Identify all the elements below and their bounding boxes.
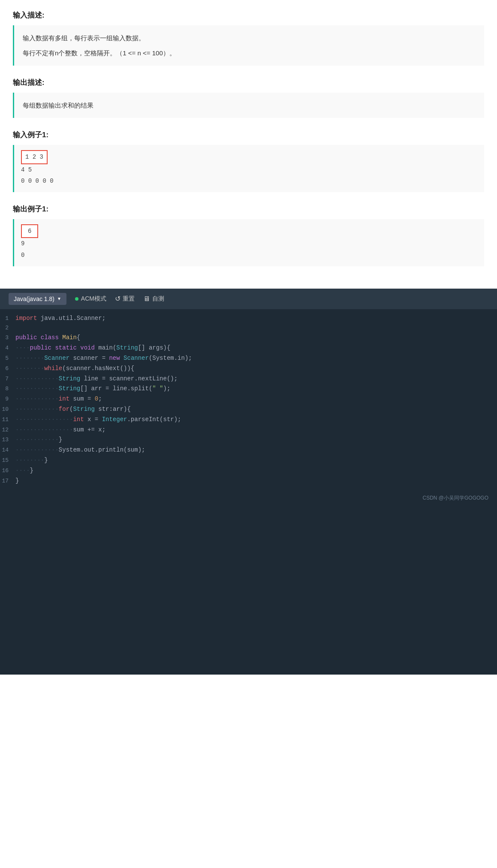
line-number: 10 [0, 405, 15, 414]
code-line: 16····} [0, 466, 497, 476]
output-example-title: 输出例子1: [13, 204, 484, 214]
line-number: 2 [0, 323, 15, 333]
output-example-line-2: 9 [21, 238, 477, 250]
code-line: 11················int x = Integer.parseI… [0, 415, 497, 425]
token-normal: } [30, 467, 33, 474]
token-normal: [] args){ [138, 344, 171, 351]
token-dots: ············ [15, 406, 59, 413]
line-content: ············System.out.println(sum); [15, 445, 145, 455]
token-normal: line = scanner.nextLine(); [80, 375, 178, 382]
token-kw-string: Scanner [123, 355, 149, 362]
line-content: ············String[] arr = line.split(" … [15, 384, 170, 394]
line-number: 8 [0, 384, 15, 394]
token-str-val: " " [152, 385, 163, 392]
chevron-down-icon: ▼ [57, 296, 61, 301]
input-example-block: 输入例子1: 1 2 3 4 5 0 0 0 0 0 [13, 130, 484, 192]
token-normal: scanner = [69, 355, 109, 362]
input-example-title: 输入例子1: [13, 130, 484, 140]
language-selector[interactable]: Java(javac 1.8) ▼ [9, 293, 66, 305]
token-kw-for: for [59, 406, 69, 413]
top-section: 输入描述: 输入数据有多组，每行表示一组输入数据。 每行不定有n个整数，空格隔开… [0, 0, 497, 289]
self-test-label: 自测 [152, 295, 164, 303]
token-dots: ···· [15, 467, 30, 474]
token-normal: (System.in); [149, 355, 192, 362]
token-normal: ; [98, 395, 102, 402]
token-normal: .parseInt(str); [127, 416, 181, 423]
token-normal: } [59, 436, 62, 443]
token-dots: ············ [15, 436, 59, 443]
token-normal [120, 355, 123, 362]
token-kw-string: String [116, 344, 138, 351]
output-example-line-1: 6 [21, 224, 477, 238]
line-content: ············int sum = 0; [15, 394, 102, 404]
token-normal: (scanner.hasNext()){ [62, 365, 134, 372]
code-line: 17} [0, 476, 497, 486]
self-test-button[interactable]: 🖥 自测 [143, 295, 164, 303]
output-example-highlighted: 6 [21, 224, 38, 238]
input-example-box: 1 2 3 4 5 0 0 0 0 0 [13, 145, 484, 192]
input-desc-box: 输入数据有多组，每行表示一组输入数据。 每行不定有n个整数，空格隔开。（1 <=… [13, 25, 484, 66]
token-kw-public: public [30, 344, 51, 351]
token-num: 0 [95, 395, 98, 402]
input-description-block: 输入描述: 输入数据有多组，每行表示一组输入数据。 每行不定有n个整数，空格隔开… [13, 10, 484, 66]
token-normal: } [15, 477, 19, 484]
token-dots: ········ [15, 355, 44, 362]
token-dots: ············ [15, 395, 59, 402]
token-dots: ················ [15, 426, 73, 433]
token-kw-string: Scanner [44, 355, 69, 362]
reset-button[interactable]: ↺ 重置 [115, 295, 135, 303]
lang-label: Java(javac 1.8) [14, 295, 54, 302]
line-content: ········} [15, 455, 48, 466]
input-example-line-3: 0 0 0 0 0 [21, 175, 477, 187]
token-normal: sum += x; [73, 426, 105, 433]
line-content: ····} [15, 466, 33, 476]
token-normal [77, 344, 80, 351]
token-normal: } [44, 457, 48, 464]
code-line: 1import java.util.Scanner; [0, 313, 497, 324]
token-normal: str:arr){ [95, 406, 131, 413]
input-example-line-1: 1 2 3 [21, 150, 477, 164]
line-number: 15 [0, 456, 15, 465]
token-kw-string: String [59, 385, 80, 392]
line-content: ····public static void main(String[] arg… [15, 343, 170, 353]
token-kw-new: new [109, 355, 120, 362]
token-normal: System.out.println(sum); [59, 446, 145, 453]
reset-icon: ↺ [115, 295, 120, 303]
acm-mode-indicator: ACM模式 [75, 295, 106, 303]
token-class-name: Main [62, 334, 77, 341]
code-line: 6········while(scanner.hasNext()){ [0, 364, 497, 374]
token-dots: ············ [15, 446, 59, 453]
code-line: 5········Scanner scanner = new Scanner(S… [0, 353, 497, 364]
token-kw-import: import [15, 315, 37, 322]
token-normal [59, 334, 62, 341]
line-content: ················int x = Integer.parseInt… [15, 415, 181, 425]
token-normal: sum = [69, 395, 95, 402]
token-kw-string: String [59, 375, 80, 382]
token-normal: ); [163, 385, 171, 392]
input-example-line-2: 4 5 [21, 164, 477, 176]
token-kw-integer: Integer [102, 416, 127, 423]
token-kw-void: void [80, 344, 95, 351]
token-kw-string: String [73, 406, 94, 413]
token-kw-static: static [55, 344, 76, 351]
output-desc-title: 输出描述: [13, 78, 484, 87]
line-content: public class Main{ [15, 333, 80, 343]
line-number: 12 [0, 425, 15, 435]
token-normal: java.util.Scanner; [37, 315, 105, 322]
line-content: ············} [15, 435, 62, 445]
line-content: ················sum += x; [15, 425, 105, 435]
code-line: 12················sum += x; [0, 425, 497, 435]
code-line: 7············String line = scanner.nextL… [0, 374, 497, 384]
line-number: 7 [0, 374, 15, 384]
output-desc-line-1: 每组数据输出求和的结果 [23, 99, 476, 111]
line-number: 13 [0, 435, 15, 445]
acm-mode-label: ACM模式 [81, 295, 106, 303]
input-desc-line-1: 输入数据有多组，每行表示一组输入数据。 [23, 32, 476, 44]
line-number: 1 [0, 314, 15, 323]
acm-mode-dot [75, 297, 78, 301]
token-dots: ················ [15, 416, 73, 423]
input-desc-title: 输入描述: [13, 10, 484, 20]
token-dots: ············ [15, 385, 59, 392]
token-dots: ···· [15, 344, 30, 351]
line-content: ············for(String str:arr){ [15, 404, 131, 415]
